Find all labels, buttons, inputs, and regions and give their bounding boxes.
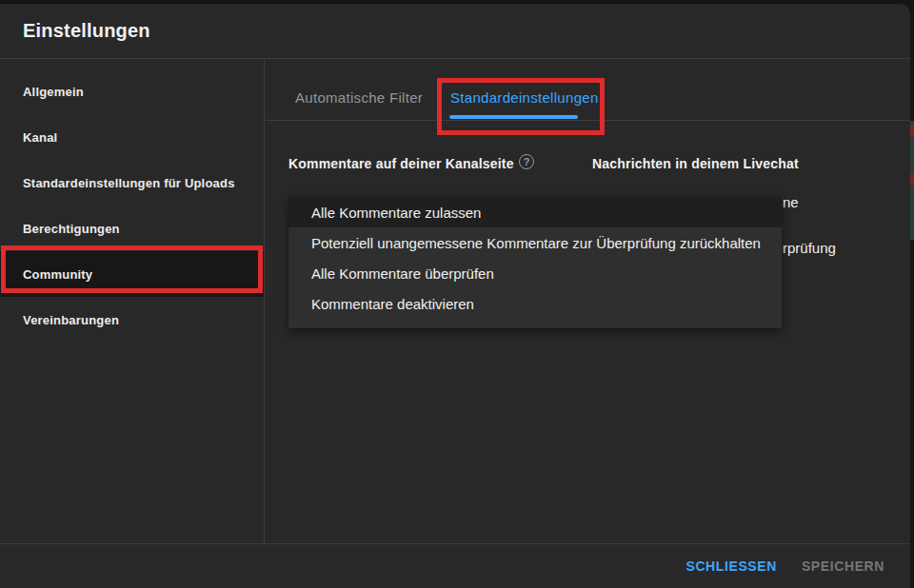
active-tab-underline — [449, 115, 578, 119]
tab-standardeinstellungen[interactable]: Standardeinstellungen — [450, 88, 599, 108]
sidebar-item-berechtigungen[interactable]: Berechtigungen — [0, 206, 264, 251]
livechat-column-header: Nachrichten in deinem Livechat — [592, 156, 799, 171]
sidebar-item-allgemein[interactable]: Allgemein — [0, 69, 264, 114]
menu-item-disable-comments[interactable]: Kommentare deaktivieren — [288, 288, 782, 319]
save-button[interactable]: SPEICHERN — [802, 559, 884, 574]
tab-bar: Automatische Filter Standardeinstellunge… — [266, 60, 910, 121]
background-page-sliver — [910, 0, 914, 588]
settings-dialog: Einstellungen Allgemein Kanal Standardei… — [0, 4, 910, 588]
livechat-option-partial-text: rprüfung — [783, 240, 836, 256]
menu-item-review-all-comments[interactable]: Alle Kommentare überprüfen — [288, 258, 782, 288]
dialog-header: Einstellungen — [0, 4, 910, 59]
sidebar-item-vereinbarungen[interactable]: Vereinbarungen — [0, 297, 264, 343]
help-icon[interactable]: ? — [519, 154, 534, 169]
comments-column-header: Kommentare auf deiner Kanalseite — [288, 156, 514, 171]
tab-automatische-filter[interactable]: Automatische Filter — [295, 88, 423, 108]
sidebar-item-kanal[interactable]: Kanal — [0, 114, 264, 160]
background-fragment-red — [910, 125, 914, 136]
settings-main-panel: Automatische Filter Standardeinstellunge… — [266, 60, 910, 543]
settings-screen: Einstellungen Allgemein Kanal Standardei… — [0, 0, 914, 588]
menu-item-allow-all-comments[interactable]: Alle Kommentare zulassen — [288, 197, 782, 227]
menu-item-hold-inappropriate-comments[interactable]: Potenziell unangemessene Kommentare zur … — [288, 227, 782, 258]
dialog-footer: SCHLIESSEN SPEICHERN — [0, 543, 910, 588]
settings-sidebar: Allgemein Kanal Standardeinstellungen fü… — [0, 60, 265, 543]
close-button[interactable]: SCHLIESSEN — [686, 559, 776, 574]
sidebar-item-upload-defaults[interactable]: Standardeinstellungen für Uploads — [0, 160, 264, 206]
background-fragment-red — [910, 173, 914, 185]
livechat-option-partial-text: ne — [783, 194, 799, 210]
comments-default-dropdown-menu: Alle Kommentare zulassen Potenziell unan… — [288, 197, 782, 328]
page-title: Einstellungen — [23, 20, 150, 42]
sidebar-item-community[interactable]: Community — [0, 251, 264, 297]
